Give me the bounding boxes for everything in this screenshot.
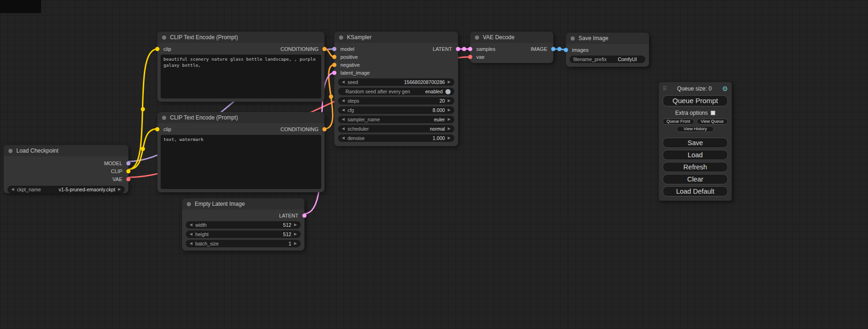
cfg-widget[interactable]: cfg 8.000 (338, 106, 454, 114)
node-collapse-dot[interactable] (162, 35, 166, 40)
slot-row: clip CONDITIONING (157, 45, 325, 53)
queue-front-button[interactable]: Queue Front (663, 119, 694, 125)
clip-output-slot[interactable] (127, 169, 131, 173)
widget-value: v1-5-pruned-emaonly.ckpt (59, 187, 115, 192)
widget-value: enabled (425, 89, 443, 94)
increment-arrow-icon[interactable] (448, 118, 451, 121)
load-default-button[interactable]: Load Default (663, 186, 728, 196)
widget-label: ckpt_name (17, 187, 41, 192)
increment-arrow-icon[interactable] (294, 223, 297, 227)
input-label: vae (476, 54, 485, 60)
load-button[interactable]: Load (663, 150, 728, 160)
load-checkpoint-node[interactable]: Load Checkpoint MODEL CLIP VAE ckpt_name… (4, 145, 128, 193)
output-label: LATENT (279, 213, 298, 218)
node-title-bar[interactable]: Load Checkpoint (4, 145, 128, 156)
slot-row: positive (334, 53, 458, 61)
clip-input-slot[interactable] (155, 47, 160, 51)
steps-widget[interactable]: steps 20 (338, 97, 454, 105)
latent-output-slot[interactable] (303, 213, 307, 217)
batch-size-widget[interactable]: batch_size 1 (186, 240, 301, 247)
width-widget[interactable]: width 512 (186, 221, 301, 229)
widget-label: denoise (347, 135, 365, 141)
increment-arrow-icon[interactable] (118, 188, 121, 191)
input-label: samples (476, 46, 495, 52)
model-output-slot[interactable] (127, 161, 131, 165)
node-collapse-dot[interactable] (571, 36, 575, 41)
vae-input-slot[interactable] (468, 55, 473, 59)
input-label: negative (340, 62, 360, 68)
queue-prompt-button[interactable]: Queue Prompt (663, 95, 728, 106)
save-image-node[interactable]: Save Image images filename_prefix ComfyU… (566, 33, 649, 67)
latent-output-slot[interactable] (456, 47, 460, 51)
empty-latent-image-node[interactable]: Empty Latent Image LATENT width 512 heig… (182, 198, 304, 251)
decrement-arrow-icon[interactable] (342, 127, 345, 131)
output-label: CONDITIONING (281, 46, 318, 52)
seed-widget[interactable]: seed 156680208700286 (338, 78, 454, 86)
conditioning-output-slot[interactable] (323, 47, 327, 51)
widget-label: batch_size (195, 241, 219, 246)
view-history-button[interactable]: View History (677, 126, 714, 132)
output-row-vae: VAE (4, 175, 128, 183)
decrement-arrow-icon[interactable] (342, 108, 345, 112)
clip-text-encode-negative-node[interactable]: CLIP Text Encode (Prompt) clip CONDITION… (157, 112, 325, 192)
seed-mode-toggle-dot[interactable] (445, 89, 451, 94)
increment-arrow-icon[interactable] (448, 80, 451, 84)
node-collapse-dot[interactable] (8, 149, 13, 153)
images-input-slot[interactable] (564, 48, 568, 52)
sampler-name-widget[interactable]: sampler_name euler (338, 116, 454, 123)
view-queue-button[interactable]: View Queue (697, 119, 728, 125)
seed-mode-widget[interactable]: Random seed after every gen enabled (338, 88, 454, 95)
scheduler-widget[interactable]: scheduler normal (338, 125, 454, 133)
increment-arrow-icon[interactable] (448, 136, 451, 140)
increment-arrow-icon[interactable] (294, 232, 297, 236)
refresh-button[interactable]: Refresh (663, 162, 728, 172)
clear-button[interactable]: Clear (663, 174, 728, 184)
decrement-arrow-icon[interactable] (342, 99, 345, 103)
increment-arrow-icon[interactable] (448, 99, 451, 103)
samples-input-slot[interactable] (468, 47, 473, 51)
vae-output-slot[interactable] (127, 177, 131, 181)
settings-gear-icon[interactable]: ⚙ (722, 85, 728, 92)
node-title-bar[interactable]: CLIP Text Encode (Prompt) (157, 112, 325, 123)
node-collapse-dot[interactable] (162, 116, 166, 120)
conditioning-output-slot[interactable] (323, 127, 327, 131)
node-title-bar[interactable]: VAE Decode (470, 32, 553, 43)
height-widget[interactable]: height 512 (186, 231, 301, 238)
decrement-arrow-icon[interactable] (190, 223, 192, 227)
ckpt-name-widget[interactable]: ckpt_name v1-5-pruned-emaonly.ckpt (7, 186, 125, 193)
node-collapse-dot[interactable] (187, 202, 191, 206)
increment-arrow-icon[interactable] (448, 127, 451, 131)
positive-input-slot[interactable] (332, 55, 337, 59)
drag-handle-icon[interactable]: ⠿ (663, 85, 667, 92)
widget-label: steps (347, 98, 359, 104)
filename-prefix-widget[interactable]: filename_prefix ComfyUI (570, 56, 645, 63)
image-output-slot[interactable] (551, 47, 556, 51)
decrement-arrow-icon[interactable] (342, 118, 345, 121)
extra-options-checkbox[interactable] (711, 111, 715, 115)
decrement-arrow-icon[interactable] (342, 136, 345, 140)
clip-text-encode-positive-node[interactable]: CLIP Text Encode (Prompt) clip CONDITION… (157, 32, 325, 102)
increment-arrow-icon[interactable] (448, 108, 451, 112)
decrement-arrow-icon[interactable] (190, 232, 192, 236)
latent-image-input-slot[interactable] (332, 70, 337, 75)
vae-decode-node[interactable]: VAE Decode samples IMAGE vae (470, 32, 553, 63)
decrement-arrow-icon[interactable] (342, 80, 345, 84)
node-title-bar[interactable]: CLIP Text Encode (Prompt) (157, 32, 325, 43)
negative-input-slot[interactable] (332, 63, 337, 67)
model-input-slot[interactable] (332, 47, 337, 51)
node-collapse-dot[interactable] (339, 35, 343, 40)
node-title-bar[interactable]: KSampler (334, 32, 458, 43)
save-button[interactable]: Save (663, 138, 728, 148)
node-title-bar[interactable]: Save Image (566, 33, 649, 44)
decrement-arrow-icon[interactable] (11, 188, 14, 191)
ksampler-node[interactable]: KSampler model LATENT positive negative … (334, 32, 458, 146)
node-collapse-dot[interactable] (475, 35, 479, 40)
decrement-arrow-icon[interactable] (190, 242, 192, 245)
clip-input-slot[interactable] (155, 127, 160, 131)
prompt-textarea[interactable]: beautiful scenery nature glass bottle la… (161, 55, 321, 98)
queue-pill-row: Queue Front View Queue (663, 119, 728, 125)
node-title-bar[interactable]: Empty Latent Image (182, 198, 304, 210)
increment-arrow-icon[interactable] (294, 242, 297, 245)
denoise-widget[interactable]: denoise 1.000 (338, 134, 454, 142)
prompt-textarea[interactable]: text, watermark (161, 135, 321, 189)
